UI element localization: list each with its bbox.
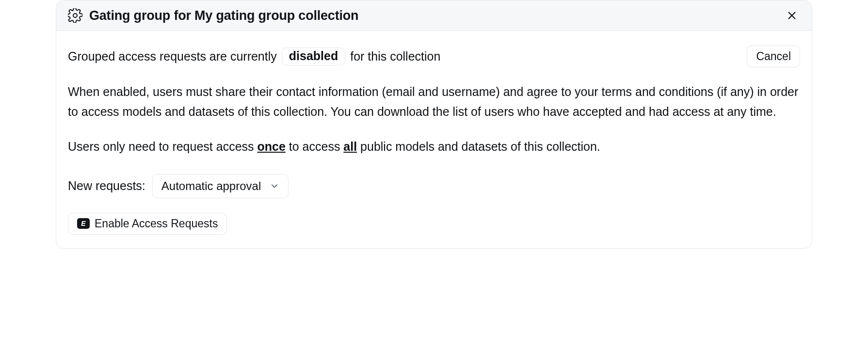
dialog-header: Gating group for My gating group collect… <box>56 0 812 31</box>
note-text: Users only need to request access once t… <box>68 137 800 157</box>
status-prefix: Grouped access requests are currently <box>68 49 277 64</box>
close-icon <box>787 10 797 21</box>
dialog-body: Grouped access requests are currently di… <box>56 31 812 248</box>
status-line: Grouped access requests are currently di… <box>68 48 440 65</box>
gating-group-dialog: Gating group for My gating group collect… <box>56 0 812 249</box>
gating-icon <box>68 8 82 23</box>
new-requests-label: New requests: <box>68 179 145 193</box>
new-requests-selected: Automatic approval <box>161 179 261 193</box>
cancel-button[interactable]: Cancel <box>747 46 800 67</box>
status-suffix: for this collection <box>350 49 440 64</box>
dialog-header-left: Gating group for My gating group collect… <box>68 8 358 23</box>
enable-access-requests-button[interactable]: E Enable Access Requests <box>68 213 227 235</box>
note-p2: to access <box>286 140 344 153</box>
note-p3: public models and datasets of this colle… <box>357 140 600 153</box>
svg-point-0 <box>73 14 77 17</box>
cancel-label: Cancel <box>756 50 791 63</box>
status-row: Grouped access requests are currently di… <box>68 46 800 67</box>
note-once: once <box>257 140 285 153</box>
status-badge: disabled <box>282 48 345 65</box>
new-requests-select[interactable]: Automatic approval <box>152 174 289 198</box>
new-requests-row: New requests: Automatic approval <box>68 174 800 198</box>
enable-label: Enable Access Requests <box>95 217 218 230</box>
chevron-down-icon <box>270 181 279 191</box>
close-button[interactable] <box>784 7 800 24</box>
description-text: When enabled, users must share their con… <box>68 82 800 122</box>
enable-key-icon: E <box>77 218 90 229</box>
note-all: all <box>343 140 357 153</box>
note-p1: Users only need to request access <box>68 140 257 153</box>
dialog-title: Gating group for My gating group collect… <box>89 8 358 23</box>
